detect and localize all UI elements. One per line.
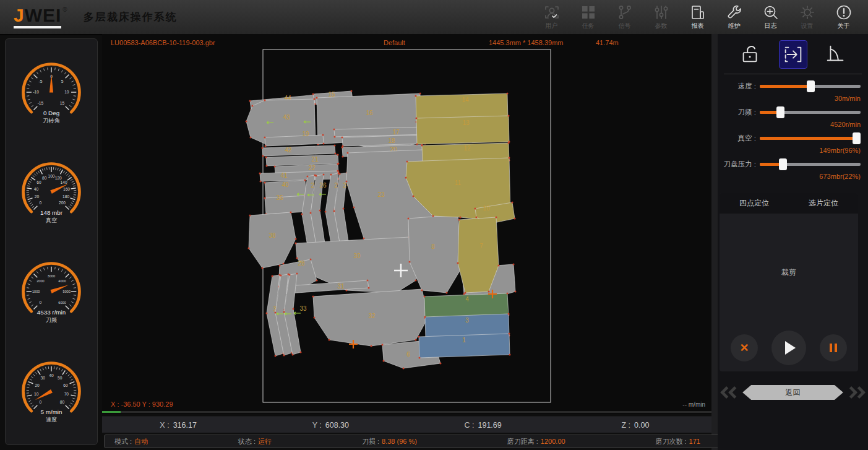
pattern-piece-7[interactable] <box>458 217 499 293</box>
slider-track-vacuum[interactable] <box>760 137 861 140</box>
status-blade-wear: 刀损 :8.38 (96 %) <box>362 437 417 446</box>
nav-signal[interactable]: 信号 <box>606 4 643 30</box>
gauge-value: 0 Deg <box>43 110 59 116</box>
play-button[interactable] <box>771 331 806 365</box>
slider-handle-knife-freq[interactable] <box>776 106 784 118</box>
back-button[interactable]: 返回 <box>742 385 843 400</box>
svg-text:60: 60 <box>37 180 41 184</box>
slider-track-knife-freq[interactable] <box>760 111 861 114</box>
tool-toggle-row <box>718 40 868 69</box>
nav-label: 报表 <box>692 22 704 30</box>
panel-divider <box>711 34 718 450</box>
svg-text:0: 0 <box>40 201 42 205</box>
magnifier-plus-icon <box>762 4 780 21</box>
pause-button[interactable] <box>820 334 847 361</box>
gauge-blade-angle: -15-10-50510150 Deg刀转角 <box>14 46 89 139</box>
slider-fill <box>760 85 810 88</box>
piece-number: 6 <box>406 351 410 358</box>
logo-wei: WEI <box>25 5 62 25</box>
piece-number: 42 <box>285 147 292 154</box>
nav-maintain[interactable]: 维护 <box>716 4 752 30</box>
cut-progress-fill <box>102 411 121 413</box>
piece-number: 43 <box>283 114 290 121</box>
cut-canvas[interactable]: 4415431617191842202122414036382726252423… <box>102 34 711 414</box>
pattern-piece-21[interactable] <box>266 155 338 166</box>
gauge-knife-freq: 01000200030004000500060004533 r/min刀频 <box>14 245 89 338</box>
nav-user[interactable]: 用户 <box>533 4 570 30</box>
cursor-position: X : -36.50 Y : 930.29 <box>111 400 173 408</box>
cancel-button[interactable]: ✕ <box>731 334 758 361</box>
nav-params[interactable]: 参数 <box>643 4 679 30</box>
branch-icon <box>616 4 634 21</box>
gauge-vacuum: 020406080100120140160180200148 mbr真空 <box>14 145 89 238</box>
svg-text:60: 60 <box>63 383 68 387</box>
svg-text:160: 160 <box>63 187 70 191</box>
nav-log[interactable]: 日志 <box>752 4 789 30</box>
slider-handle-speed[interactable] <box>807 80 815 92</box>
nav-task[interactable]: 任务 <box>570 4 606 30</box>
svg-text:4000: 4000 <box>58 279 66 283</box>
svg-text:180: 180 <box>62 194 69 199</box>
tab-four-point[interactable]: 四点定位 <box>720 193 789 214</box>
slider-track-knife-pressure[interactable] <box>760 163 861 166</box>
svg-text:100: 100 <box>48 174 54 178</box>
nav-settings[interactable]: 设置 <box>789 4 825 30</box>
angle-button[interactable] <box>822 41 849 68</box>
piece-number: 30 <box>353 253 361 259</box>
slider-row-knife-freq: 刀频 :4520r/min <box>718 108 868 128</box>
pattern-layout[interactable]: 4415431617191842202122414036382726252423… <box>102 34 711 414</box>
import-button[interactable] <box>780 41 807 68</box>
svg-text:10: 10 <box>64 90 69 94</box>
slider-label: 刀频 : <box>718 108 756 117</box>
nav-label: 用户 <box>546 22 558 30</box>
sheet-length: 41.74m <box>596 39 619 46</box>
svg-text:2000: 2000 <box>37 279 44 283</box>
svg-text:0: 0 <box>40 400 42 404</box>
axis-x: X :316.17 <box>102 421 254 430</box>
slider-row-speed: 速度 :30m/min <box>718 82 868 102</box>
slider-fill <box>760 137 856 140</box>
chevrons-right-icon <box>846 385 868 400</box>
piece-number: 41 <box>280 172 288 179</box>
piece-number: 32 <box>368 313 376 319</box>
slider-handle-knife-pressure[interactable] <box>779 158 787 170</box>
status-state: 状态 :运行 <box>238 437 272 446</box>
pattern-piece-42[interactable] <box>262 145 335 156</box>
job-controls: ✕ <box>720 331 858 365</box>
file-name: LU00583-A06BCB-10-119-003.gbr <box>111 39 215 46</box>
gauge-value: 148 mbr <box>40 209 63 216</box>
piece-number: 8 <box>431 243 435 250</box>
slider-value: 673mbr(22%) <box>718 173 861 180</box>
svg-text:6000: 6000 <box>58 301 66 305</box>
nav-report[interactable]: 报表 <box>679 4 716 30</box>
svg-text:5: 5 <box>61 79 64 84</box>
piece-number: 22 <box>308 165 316 171</box>
svg-text:50: 50 <box>58 376 62 380</box>
pattern-piece-41[interactable] <box>260 171 338 181</box>
app-title: 多层裁床操作系统 <box>84 10 178 24</box>
slider-handle-vacuum[interactable] <box>853 132 861 144</box>
axis-readout-bar: X :316.17Y :608.30C :191.69Z :0.00 <box>102 417 711 433</box>
piece-number: 14 <box>462 97 469 103</box>
pattern-piece-36[interactable] <box>265 196 306 214</box>
import-arrow-icon <box>781 43 805 66</box>
nav-about[interactable]: 关于 <box>825 4 862 30</box>
slider-value: 149mbr(96%) <box>718 147 861 154</box>
pause-icon <box>830 344 837 352</box>
slider-track-speed[interactable] <box>760 85 861 88</box>
piece-number: 31 <box>337 283 345 290</box>
unlock-button[interactable] <box>737 41 764 68</box>
svg-text:5000: 5000 <box>63 290 71 293</box>
tab-select-piece[interactable]: 选片定位 <box>789 193 858 214</box>
status-mode: 模式 :自动 <box>114 437 148 446</box>
svg-text:80: 80 <box>42 176 47 180</box>
speed-hint: -- m/min <box>682 401 705 408</box>
top-nav: 用户任务信号参数报表维护日志设置关于 <box>533 4 862 30</box>
piece-number: 28 <box>298 260 305 267</box>
piece-number: 26 <box>319 182 327 189</box>
top-bar: JWEI ® 多层裁床操作系统 用户任务信号参数报表维护日志设置关于 <box>0 0 868 35</box>
slider-label: 刀盘压力 : <box>718 160 756 169</box>
piece-number: 7 <box>479 243 483 249</box>
pattern-piece-38[interactable] <box>249 212 296 268</box>
svg-text:1000: 1000 <box>32 290 40 293</box>
